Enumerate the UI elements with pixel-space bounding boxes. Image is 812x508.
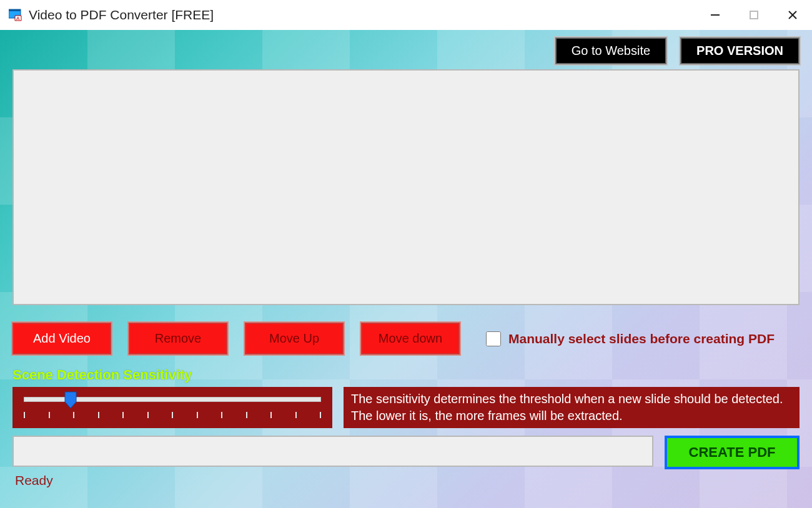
- remove-button[interactable]: Remove: [129, 323, 227, 354]
- window-controls: [696, 0, 812, 30]
- maximize-button[interactable]: [735, 0, 773, 30]
- top-button-bar: Go to Website PRO VERSION: [12, 30, 800, 69]
- go-to-website-button[interactable]: Go to Website: [555, 37, 666, 64]
- manual-select-label[interactable]: Manually select slides before creating P…: [508, 331, 775, 346]
- titlebar[interactable]: A Video to PDF Converter [FREE]: [0, 0, 812, 30]
- status-text: Ready: [12, 473, 800, 488]
- move-up-button[interactable]: Move Up: [245, 323, 344, 354]
- sensitivity-description: The sensitivity determines the threshold…: [344, 387, 800, 428]
- bottom-row: CREATE PDF: [12, 436, 800, 469]
- progress-bar: [12, 436, 653, 467]
- slider-ticks: [21, 412, 324, 418]
- window-title: Video to PDF Converter [FREE]: [29, 7, 214, 22]
- pro-version-button[interactable]: PRO VERSION: [680, 37, 800, 64]
- minimize-button[interactable]: [696, 0, 735, 30]
- slider-thumb[interactable]: [64, 391, 77, 409]
- svg-text:A: A: [16, 16, 20, 21]
- svg-rect-4: [750, 11, 758, 19]
- close-button[interactable]: [773, 0, 812, 30]
- move-down-button[interactable]: Move down: [361, 323, 460, 354]
- client-area: Go to Website PRO VERSION Add Video Remo…: [0, 30, 812, 508]
- manual-select-wrap: Manually select slides before creating P…: [486, 331, 775, 346]
- create-pdf-button[interactable]: CREATE PDF: [665, 436, 800, 469]
- video-list[interactable]: [12, 69, 800, 305]
- svg-rect-1: [9, 9, 21, 11]
- sensitivity-label: Scene Detection Sensitivity: [12, 367, 800, 383]
- list-controls-row: Add Video Remove Move Up Move down Manua…: [12, 323, 800, 354]
- add-video-button[interactable]: Add Video: [12, 323, 111, 354]
- sensitivity-slider[interactable]: [21, 393, 324, 411]
- app-icon: A: [9, 8, 22, 22]
- sensitivity-row: The sensitivity determines the threshold…: [12, 387, 800, 428]
- manual-select-checkbox[interactable]: [486, 331, 501, 346]
- app-window: A Video to PDF Converter [FREE] Go to We…: [0, 0, 812, 508]
- sensitivity-slider-box: [12, 387, 332, 428]
